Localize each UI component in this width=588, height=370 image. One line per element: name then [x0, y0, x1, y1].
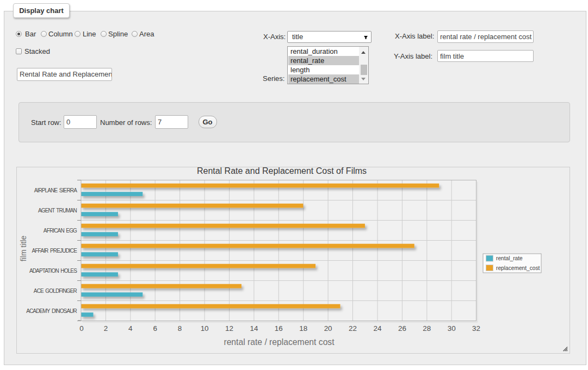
svg-text:Rental Rate and Replacement Co: Rental Rate and Replacement Cost of Film…	[197, 167, 367, 175]
svg-text:AFFAIR PREJUDICE: AFFAIR PREJUDICE	[32, 248, 78, 254]
svg-text:30: 30	[448, 324, 456, 333]
svg-text:2: 2	[104, 324, 108, 333]
svg-text:ACE GOLDFINGER: ACE GOLDFINGER	[34, 288, 77, 294]
svg-text:26: 26	[398, 324, 406, 333]
svg-text:ACADEMY DINOSAUR: ACADEMY DINOSAUR	[26, 308, 77, 314]
svg-text:16: 16	[275, 324, 283, 333]
svg-text:4: 4	[128, 324, 133, 333]
svg-text:AFRICAN EGG: AFRICAN EGG	[44, 228, 77, 234]
svg-text:20: 20	[324, 324, 332, 333]
svg-text:32: 32	[472, 324, 480, 333]
svg-text:rental rate / replacement cost: rental rate / replacement cost	[224, 337, 335, 347]
svg-text:rental_rate: rental_rate	[496, 255, 523, 261]
svg-text:10: 10	[201, 324, 209, 333]
svg-text:AIRPLANE SIERRA: AIRPLANE SIERRA	[34, 187, 78, 193]
svg-text:14: 14	[250, 324, 258, 333]
svg-text:ADAPTATION HOLES: ADAPTATION HOLES	[29, 268, 77, 274]
svg-text:replacement_cost: replacement_cost	[496, 265, 540, 271]
svg-text:12: 12	[225, 324, 233, 333]
svg-text:18: 18	[299, 324, 307, 333]
svg-text:film title: film title	[19, 236, 28, 262]
svg-text:8: 8	[178, 324, 182, 333]
svg-text:AGENT TRUMAN: AGENT TRUMAN	[38, 208, 77, 214]
svg-text:6: 6	[153, 324, 157, 333]
svg-text:0: 0	[79, 324, 83, 333]
svg-text:24: 24	[374, 324, 382, 333]
svg-text:28: 28	[423, 324, 431, 333]
svg-text:22: 22	[349, 324, 357, 333]
